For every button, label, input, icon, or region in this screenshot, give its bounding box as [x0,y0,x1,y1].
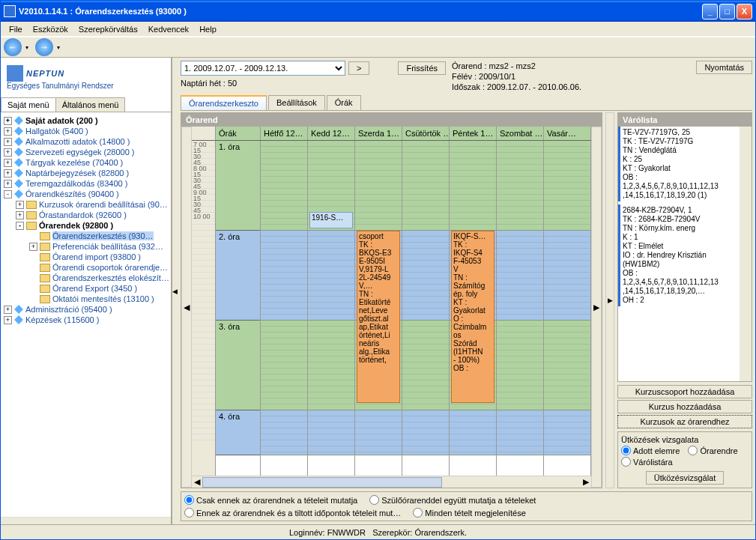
sched-header: Órák Hétfő 12… Kedd 12… Szerda 1… Csütör… [192,127,591,141]
day-header[interactable]: Vasár… [544,127,591,140]
nav-toolbar: ← ▾ → ▾ [1,37,755,58]
tree-item[interactable]: +Preferenciák beállítása (932… [2,241,169,252]
logo: NEPTUN Egységes Tanulmányi Rendszer [1,58,171,94]
day-header[interactable]: Csütörtök … [402,127,450,140]
time-column: 7 001530458 001530459 0015304510 00 [192,141,216,476]
titlebar: V2010.1.14.1 : Órarendszerkesztés (93000… [1,1,755,22]
window-title: V2010.1.14.1 : Órarendszerkesztés (93000… [19,7,187,16]
sched-prev[interactable]: ◀ [181,127,192,488]
schedule-grid[interactable]: 1916-S… csoport TK : BKQS-E3 E-9505I V,9… [261,141,591,476]
add-course-button[interactable]: Kurzus hozzáadása [617,400,752,413]
collision-opt-element[interactable]: Adott elemre [621,446,680,455]
lesson-column: 1. óra2. óra3. óra4. óra [216,141,261,476]
tree-item[interactable]: +Órastandardok (92600 ) [2,210,169,220]
collision-opt-schedule[interactable]: Órarendre [688,446,737,455]
waitlist-item[interactable]: 2684-K2B-72904V, 1 TK : 2684-K2B-72904V … [618,204,740,306]
tree-item[interactable]: +Képzések (115600 ) [2,315,169,325]
tab-own-menu[interactable]: Saját menü [1,97,56,112]
filter-opt-1[interactable]: Csak ennek az órarendnek a tételeit muta… [184,495,357,505]
menu-file[interactable]: File [4,23,28,35]
close-button[interactable]: X [737,4,752,19]
tree-item[interactable]: +Adminisztráció (95400 ) [2,304,169,315]
tree-item[interactable]: +Saját adatok (200 ) [2,115,169,126]
tree-hscroll[interactable] [1,517,171,524]
tree-item[interactable]: Órarend import (93800 ) [2,252,169,262]
waitlist[interactable]: TE-V2V-77197G, 25 TK : TE-V2V-77197G TN … [618,127,740,381]
day-header[interactable]: Kedd 12… [308,127,355,140]
print-button[interactable]: Nyomtatás [696,61,752,74]
back-dropdown[interactable]: ▾ [23,38,31,56]
sched-hscroll[interactable]: ◀ ▶ [192,476,591,488]
refresh-button[interactable]: Frissítés [398,61,446,75]
tree-item[interactable]: -Órarendkészítés (90400 ) [2,189,169,199]
go-button[interactable]: > [348,61,369,75]
collision-check-button[interactable]: Ütközésvizsgálat [646,471,725,485]
minimize-button[interactable]: _ [702,4,718,19]
waitlist-item[interactable]: TE-V2V-77197G, 25 TK : TE-V2V-77197G TN … [618,127,740,201]
sched-next[interactable]: ▶ [591,127,602,488]
week-label: Naptári hét : 50 [181,79,446,88]
tree-item[interactable]: +Naptárbejegyzések (82800 ) [2,168,169,178]
back-button[interactable]: ← [4,38,22,56]
tree-item[interactable]: Órarendi csoportok órarendje (65… [2,262,169,273]
schedule-title: Órarend [181,113,602,127]
tab-settings[interactable]: Beállítások [268,95,325,110]
day-header[interactable]: Szerda 1… [355,127,402,140]
forward-button[interactable]: → [35,38,53,56]
nav-tree[interactable]: +Saját adatok (200 )+Hallgatók (5400 )+A… [1,112,171,517]
tree-item[interactable]: Órarendszerkesztés (930… [2,231,169,241]
filter-panel: Csak ennek az órarendnek a tételeit muta… [181,491,752,521]
filter-opt-4[interactable]: Minden tételt megjelenítése [413,508,526,518]
tab-lessons[interactable]: Órák [327,95,361,110]
day-header[interactable]: Szombat … [497,127,544,140]
tree-item[interactable]: Oktatói mentesítés (13100 ) [2,294,169,304]
content-tabs: Órarendszerkeszto Beállítások Órák [181,95,752,111]
menu-role[interactable]: Szerepkörváltás [73,23,143,35]
menu-help[interactable]: Help [194,23,222,35]
menu-fav[interactable]: Kedvencek [143,23,194,35]
filter-opt-2[interactable]: Ennek az órarendnek és a tiltott időpont… [184,508,401,518]
tree-item[interactable]: -Órarendek (92800 ) [2,220,169,231]
collision-opt-waitlist[interactable]: Várólistára [621,457,673,467]
tree-item[interactable]: +Szervezeti egységek (28000 ) [2,147,169,157]
sidebar-collapse[interactable]: ◀ [172,58,178,524]
maximize-button[interactable]: □ [719,4,735,19]
waitlist-title: Várólista [618,113,752,127]
app-icon [4,5,16,17]
sidebar: NEPTUN Egységes Tanulmányi Rendszer Sajá… [1,58,172,524]
menu-tools[interactable]: Eszközök [28,23,73,35]
courses-to-schedule-button[interactable]: Kurzusok az órarendhez [617,415,752,428]
day-header[interactable]: Hétfő 12… [261,127,308,140]
filter-opt-3[interactable]: Szülőórarenddel együtt mutatja a tételek… [369,495,536,505]
info-block: Órarend : mzs2 - mzs2 Félév : 2009/10/1 … [452,61,581,92]
statusbar: Loginnév: FNWWDR Szerepkör: Órarendszerk… [1,524,755,539]
tree-item[interactable]: +Kurzusok órarendi beállításai (90… [2,199,169,210]
sidebar-tabs: Saját menü Általános menü [1,97,171,112]
tab-editor[interactable]: Órarendszerkeszto [181,95,267,110]
tree-item[interactable]: +Tárgyak kezelése (70400 ) [2,157,169,168]
menubar: File Eszközök Szerepkörváltás Kedvencek … [1,22,755,37]
forward-dropdown[interactable]: ▾ [55,38,62,56]
event-small[interactable]: 1916-S… [309,212,353,228]
tree-item[interactable]: Órarend Export (3450 ) [2,283,169,294]
tree-item[interactable]: Órarendszerkesztés elokészítése… [2,273,169,283]
tree-item[interactable]: +Hallgatók (5400 ) [2,126,169,136]
date-range-select[interactable]: 1. 2009.12.07. - 2009.12.13. [181,61,345,76]
waitlist-collapse[interactable]: ▶ [605,112,614,488]
event-block[interactable]: IKQF-S… TK : IKQF-S4 F-45053 V TN : Szám… [451,231,495,403]
day-header[interactable]: Péntek 1… [450,127,497,140]
waitlist-scroll[interactable] [740,127,752,381]
event-block[interactable]: csoport TK : BKQS-E3 E-9505I V,9179-L 2L… [357,231,400,403]
add-group-button[interactable]: Kurzuscsoport hozzáadása [617,385,752,398]
collision-panel: Ütközések vizsgalata Adott elemre Óraren… [617,431,752,488]
tree-item[interactable]: +Alkalmazotti adatok (14800 ) [2,136,169,147]
tree-item[interactable]: +Teremgazdálkodás (83400 ) [2,178,169,189]
tab-general-menu[interactable]: Általános menü [55,97,126,112]
